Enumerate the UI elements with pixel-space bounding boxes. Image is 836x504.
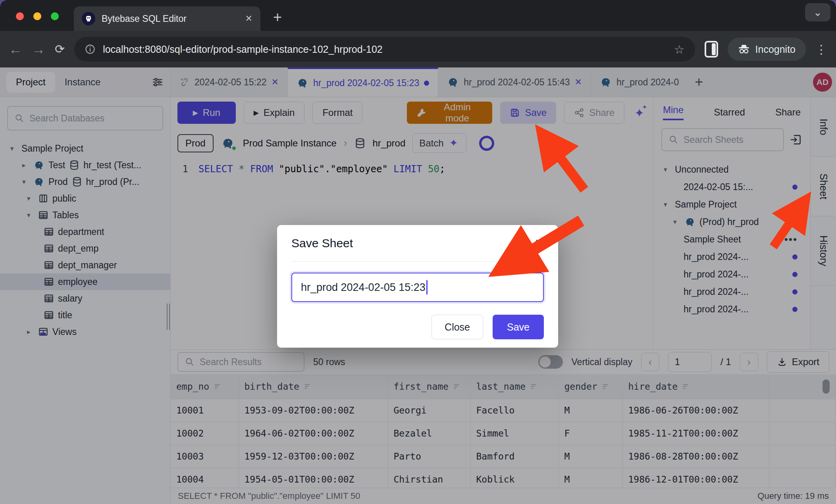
zoom-window-button[interactable] [51, 12, 59, 20]
window-controls [16, 12, 59, 20]
address-bar[interactable]: localhost:8080/sql-editor/prod-sample-in… [74, 37, 695, 62]
new-tab-button[interactable]: + [273, 9, 282, 26]
close-window-button[interactable] [16, 12, 24, 20]
minimize-window-button[interactable] [33, 12, 41, 20]
close-tab-icon[interactable]: ✕ [245, 13, 252, 24]
browser-menu-icon[interactable]: ⋮ [815, 42, 827, 56]
text-caret [426, 280, 428, 294]
browser-tab-title: Bytebase SQL Editor [102, 13, 187, 24]
save-sheet-dialog: Save Sheet ✕ hr_prod 2024-02-05 15:23 Cl… [277, 225, 558, 348]
side-panel-icon[interactable] [705, 41, 718, 58]
site-info-icon[interactable] [85, 44, 96, 55]
incognito-icon [738, 44, 750, 54]
browser-tab[interactable]: Bytebase SQL Editor ✕ [74, 6, 260, 31]
bookmark-star-icon[interactable]: ☆ [674, 42, 685, 56]
browser-chrome: Bytebase SQL Editor ✕ + ⌄ ← → ⟳ localhos… [0, 0, 836, 67]
url-text[interactable]: localhost:8080/sql-editor/prod-sample-in… [103, 44, 666, 55]
browser-toolbar: ← → ⟳ localhost:8080/sql-editor/prod-sam… [0, 31, 836, 67]
incognito-badge: Incognito [728, 38, 806, 61]
sheet-name-value: hr_prod 2024-02-05 15:23 [301, 281, 426, 294]
forward-icon[interactable]: → [32, 42, 45, 56]
browser-window: Bytebase SQL Editor ✕ + ⌄ ← → ⟳ localhos… [0, 0, 836, 504]
close-icon[interactable]: ✕ [535, 237, 544, 250]
dialog-title: Save Sheet [291, 237, 353, 250]
incognito-label: Incognito [755, 44, 796, 55]
back-icon[interactable]: ← [9, 42, 22, 56]
bytebase-favicon-icon [82, 12, 95, 25]
tab-search-chevron-icon[interactable]: ⌄ [805, 3, 830, 21]
dialog-header: Save Sheet ✕ [291, 225, 544, 262]
dialog-save-button[interactable]: Save [493, 315, 544, 339]
close-button[interactable]: Close [431, 315, 483, 339]
reload-icon[interactable]: ⟳ [55, 43, 65, 55]
dialog-footer: Close Save [291, 315, 544, 339]
sheet-name-input[interactable]: hr_prod 2024-02-05 15:23 [291, 273, 544, 302]
